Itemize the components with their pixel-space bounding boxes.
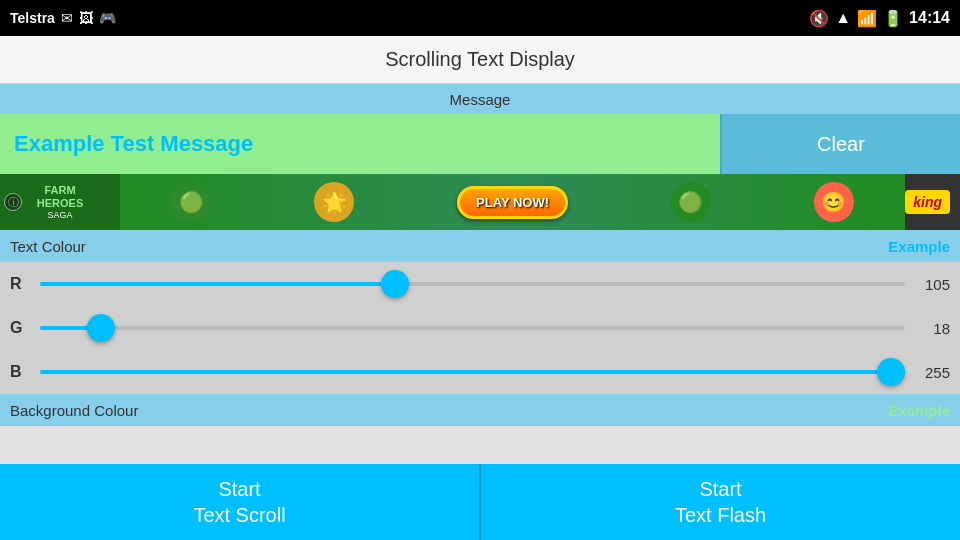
- r-slider-thumb: [381, 270, 409, 298]
- ad-king-logo: king: [905, 190, 950, 214]
- b-slider-fill: [40, 370, 905, 374]
- r-label: R: [10, 275, 30, 293]
- start-text-scroll-line2: Text Scroll: [193, 502, 285, 528]
- status-left: Telstra ✉ 🖼 🎮: [10, 10, 116, 26]
- start-text-flash-button[interactable]: Start Text Flash: [481, 464, 960, 540]
- signal-icon: 📶: [857, 9, 877, 28]
- message-input-text: Example Test Message: [14, 131, 253, 157]
- status-right: 🔇 ▲ 📶 🔋 14:14: [809, 9, 950, 28]
- ad-banner[interactable]: ⓘ FARMHEROES SAGA 🟢 🌟 PLAY NOW! 🟢 😊 king: [0, 174, 960, 230]
- title-bar: Scrolling Text Display: [0, 36, 960, 84]
- start-text-scroll-button[interactable]: Start Text Scroll: [0, 464, 481, 540]
- clear-button[interactable]: Clear: [720, 114, 960, 174]
- b-slider-thumb: [877, 358, 905, 386]
- g-slider-value: 18: [915, 320, 950, 337]
- ad-char-3: 🟢: [671, 182, 711, 222]
- ad-logo-sub: SAGA: [47, 210, 72, 220]
- image-icon: 🖼: [79, 10, 93, 26]
- ad-char-1: 🟢: [171, 182, 211, 222]
- ad-char-4: 😊: [814, 182, 854, 222]
- start-text-flash-line2: Text Flash: [675, 502, 766, 528]
- message-text-area[interactable]: Example Test Message: [0, 114, 720, 174]
- wifi-icon: ▲: [835, 9, 851, 27]
- text-colour-label: Text Colour: [10, 238, 86, 255]
- message-label: Message: [450, 91, 511, 108]
- b-slider-value: 255: [915, 364, 950, 381]
- carrier-label: Telstra: [10, 10, 55, 26]
- time-display: 14:14: [909, 9, 950, 27]
- email-icon: ✉: [61, 10, 73, 26]
- bg-colour-header: Background Colour Example: [0, 394, 960, 426]
- start-text-scroll-line1: Start: [218, 476, 260, 502]
- status-bar: Telstra ✉ 🖼 🎮 🔇 ▲ 📶 🔋 14:14: [0, 0, 960, 36]
- r-slider-row: R 105: [0, 262, 960, 306]
- page-title: Scrolling Text Display: [385, 48, 575, 71]
- text-colour-header: Text Colour Example: [0, 230, 960, 262]
- message-input-row: Example Test Message Clear: [0, 114, 960, 174]
- b-slider-track[interactable]: [40, 370, 905, 374]
- g-slider-thumb: [87, 314, 115, 342]
- ad-char-2: 🌟: [314, 182, 354, 222]
- r-slider-fill: [40, 282, 395, 286]
- battery-icon: 🔋: [883, 9, 903, 28]
- app-icon: 🎮: [99, 10, 116, 26]
- start-text-flash-line1: Start: [699, 476, 741, 502]
- message-label-row: Message: [0, 84, 960, 114]
- clear-button-label: Clear: [817, 133, 865, 156]
- ad-content: ⓘ FARMHEROES SAGA 🟢 🌟 PLAY NOW! 🟢 😊 king: [0, 174, 960, 230]
- r-slider-value: 105: [915, 276, 950, 293]
- mute-icon: 🔇: [809, 9, 829, 28]
- ad-characters: 🟢 🌟 PLAY NOW! 🟢 😊: [120, 174, 905, 230]
- bg-colour-label: Background Colour: [10, 402, 138, 419]
- g-slider-row: G 18: [0, 306, 960, 350]
- ad-logo-title: FARMHEROES: [37, 184, 83, 210]
- bottom-buttons: Start Text Scroll Start Text Flash: [0, 464, 960, 540]
- ad-info-icon[interactable]: ⓘ: [4, 193, 22, 211]
- b-slider-row: B 255: [0, 350, 960, 394]
- text-colour-section: Text Colour Example R 105 G 18 B 255: [0, 230, 960, 394]
- bg-colour-example: Example: [888, 402, 950, 419]
- text-colour-example: Example: [888, 238, 950, 255]
- r-slider-track[interactable]: [40, 282, 905, 286]
- g-slider-track[interactable]: [40, 326, 905, 330]
- ad-play-button[interactable]: PLAY NOW!: [457, 186, 568, 219]
- g-label: G: [10, 319, 30, 337]
- b-label: B: [10, 363, 30, 381]
